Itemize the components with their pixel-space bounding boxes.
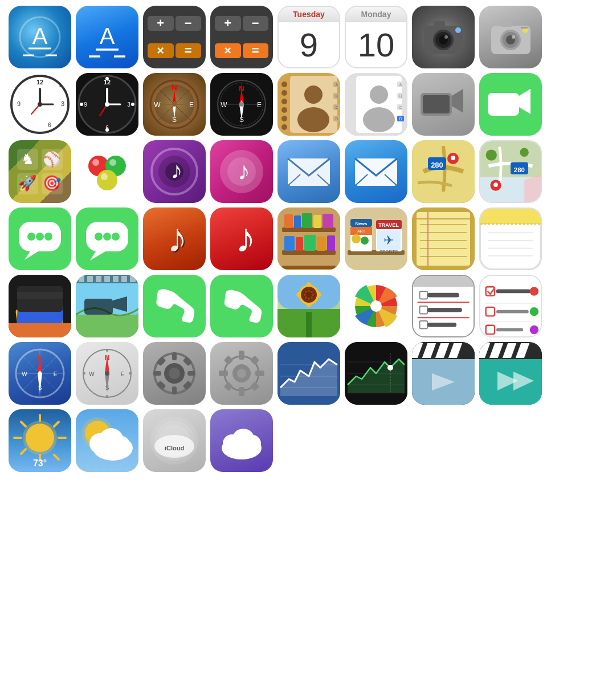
ibooks-old-icon[interactable] <box>277 207 340 270</box>
calculator-old-icon[interactable]: + − × = <box>143 6 206 68</box>
svg-text:W: W <box>89 371 95 377</box>
game-center-new-svg <box>79 143 136 200</box>
stocks-old-icon[interactable] <box>277 342 340 405</box>
passbook-old-svg <box>9 275 71 337</box>
mail-new-icon[interactable] <box>345 140 407 203</box>
svg-point-34 <box>38 102 42 107</box>
svg-text:♪: ♪ <box>170 157 182 184</box>
settings-new-icon[interactable] <box>210 342 273 405</box>
music-old-icon[interactable]: ♪ ♪ <box>143 207 206 270</box>
notes-new-icon[interactable] <box>479 207 542 270</box>
icloud-new-icon[interactable] <box>210 409 273 472</box>
svg-text:W: W <box>221 101 227 109</box>
svg-rect-223 <box>96 276 101 282</box>
svg-text:E: E <box>189 101 194 109</box>
svg-text:E: E <box>121 371 125 377</box>
contacts-new-icon[interactable]: A B C D <box>345 73 407 136</box>
svg-point-93 <box>370 86 388 104</box>
svg-text:S: S <box>38 385 42 391</box>
facetime-new-icon[interactable] <box>479 73 542 136</box>
weather-old-svg: 73° <box>9 409 71 472</box>
calculator-new-icon[interactable]: + − × = <box>210 6 273 68</box>
safari-old-icon[interactable]: N S E W <box>9 342 71 405</box>
icloud-old-icon[interactable]: iCloud <box>143 409 206 472</box>
clock-new-icon[interactable]: 12 3 6 9 <box>76 73 138 136</box>
svg-rect-310 <box>224 382 234 392</box>
svg-rect-224 <box>104 276 110 282</box>
svg-rect-23 <box>521 27 528 29</box>
reminders-old-icon[interactable] <box>412 275 475 337</box>
notes-old-icon[interactable] <box>412 207 475 270</box>
game-center-old-icon[interactable]: ♞ ⚾ 🚀 🎯 <box>9 140 71 203</box>
facetime-new-svg <box>485 79 536 130</box>
compass-old-icon[interactable]: N S E W <box>143 73 206 136</box>
app-store-old-icon[interactable]: A <box>9 6 71 68</box>
row-3: ♞ ⚾ 🚀 🎯 <box>6 140 598 203</box>
svg-rect-170 <box>313 215 321 228</box>
videos-old-icon[interactable] <box>76 275 138 337</box>
svg-point-282 <box>129 372 131 375</box>
svg-point-245 <box>370 300 382 312</box>
music-new-icon[interactable]: ♪ <box>210 207 273 270</box>
calendar-old-icon[interactable]: Tuesday 9 <box>277 6 340 68</box>
svg-rect-293 <box>172 352 177 360</box>
compass-new-svg: N S E W <box>216 79 267 130</box>
finalcut-old-icon[interactable] <box>412 342 475 405</box>
safari-new-svg: N S E W <box>81 348 133 399</box>
passbook-old-icon[interactable] <box>9 275 71 337</box>
maps-new-icon[interactable]: 280 <box>479 140 542 203</box>
svg-point-243 <box>305 296 307 299</box>
weather-new-icon[interactable] <box>76 409 138 472</box>
calendar-new-header: Monday <box>346 7 406 22</box>
itunes-new-icon[interactable]: ♪ <box>210 140 273 203</box>
stocks-new-svg <box>345 342 407 405</box>
clock-old-icon[interactable]: 12 1 3 6 9 <box>9 73 71 136</box>
finalcut-new-icon[interactable] <box>479 342 542 405</box>
mail-old-icon[interactable] <box>277 140 340 203</box>
photos-new-icon[interactable] <box>345 275 407 337</box>
contacts-old-icon[interactable]: A B C D <box>277 73 340 136</box>
svg-text:SPORTS: SPORTS <box>379 249 398 254</box>
reminders-new-icon[interactable] <box>479 275 542 337</box>
svg-rect-295 <box>153 371 161 376</box>
maps-old-icon[interactable]: 280 <box>412 140 475 203</box>
camera-old-icon[interactable] <box>412 6 475 68</box>
svg-rect-299 <box>157 381 166 390</box>
calendar-new-icon[interactable]: Monday 10 <box>345 6 407 68</box>
svg-rect-169 <box>302 213 312 228</box>
svg-rect-307 <box>255 371 264 376</box>
svg-point-283 <box>106 395 108 397</box>
photos-old-icon[interactable] <box>277 275 340 337</box>
svg-text:A: A <box>399 83 402 87</box>
mail-old-svg <box>283 146 334 197</box>
phone-new-icon[interactable] <box>210 275 273 337</box>
svg-text:🎯: 🎯 <box>43 174 62 192</box>
icloud-new-svg <box>216 415 267 466</box>
phone-old-icon[interactable] <box>143 275 206 337</box>
messages-new-icon[interactable] <box>76 207 138 270</box>
newsstand-icon[interactable]: News ART TRAVEL ✈ SPORTS <box>345 207 407 270</box>
svg-rect-174 <box>304 235 316 251</box>
camera-new-icon[interactable] <box>479 6 542 68</box>
newsstand-svg: News ART TRAVEL ✈ SPORTS <box>345 207 407 270</box>
messages-old-icon[interactable] <box>9 207 71 270</box>
facetime-old-icon[interactable] <box>412 73 475 136</box>
svg-rect-300 <box>183 381 193 390</box>
weather-old-icon[interactable]: 73° <box>9 409 71 472</box>
svg-point-185 <box>361 237 369 245</box>
svg-point-78 <box>281 116 287 121</box>
svg-rect-172 <box>284 236 295 251</box>
svg-point-268 <box>530 325 538 334</box>
itunes-old-icon[interactable]: ♪ <box>143 140 206 203</box>
svg-text:A: A <box>100 23 115 48</box>
safari-new-icon[interactable]: N S E W <box>76 342 138 405</box>
settings-old-icon[interactable] <box>143 342 206 405</box>
svg-rect-308 <box>224 356 234 365</box>
app-store-new-svg: A <box>84 14 130 60</box>
svg-rect-166 <box>282 266 336 269</box>
stocks-new-icon[interactable] <box>345 342 407 405</box>
compass-new-icon[interactable]: N S E W <box>210 73 273 136</box>
videos-old-svg <box>76 275 138 337</box>
app-store-new-icon[interactable]: A <box>76 6 138 68</box>
game-center-new-icon[interactable] <box>76 140 138 203</box>
